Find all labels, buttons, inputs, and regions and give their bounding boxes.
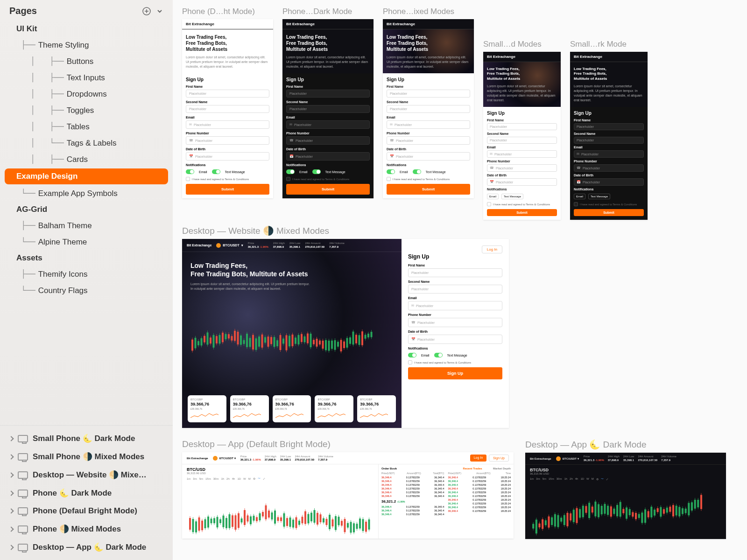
phone-input[interactable]: ☎Placeholder	[186, 136, 269, 145]
canvas[interactable]: Phone (D…ht Mode)Bit ExtrachangeLow Trad…	[173, 0, 747, 560]
email-toggle[interactable]	[408, 353, 416, 357]
ticker-card[interactable]: BTC/GBP39.366,76£39.366,76	[273, 395, 311, 422]
text-toggle[interactable]	[212, 169, 220, 174]
interval-4h[interactable]: 4h	[232, 477, 235, 480]
artboard-label[interactable]: Desktop — App (Default Bright Mode)	[182, 439, 514, 449]
first-input[interactable]: Placeholder	[387, 90, 470, 98]
interval-1D[interactable]: 1D	[237, 477, 241, 480]
email-toggle[interactable]	[286, 169, 295, 174]
expand-pages-icon[interactable]	[156, 7, 163, 16]
page-item[interactable]: │ ├──Cards	[2, 151, 170, 168]
interval-4h[interactable]: 4h	[575, 477, 578, 480]
interval-30m[interactable]: 30m	[557, 477, 562, 480]
first-input[interactable]: Placeholder	[408, 268, 502, 277]
interval-M[interactable]: M	[592, 477, 594, 480]
phone-input[interactable]: ☎Placeholder	[487, 164, 557, 172]
add-page-icon[interactable]	[142, 7, 151, 16]
interval-15m[interactable]: 15m	[205, 477, 211, 480]
page-item[interactable]: │ ├──Buttons	[2, 53, 170, 70]
dob-input[interactable]: 📅Placeholder	[574, 178, 644, 186]
phone-artboard[interactable]: Bit ExtrachangeLow Trading Fees,Free Tra…	[182, 19, 273, 198]
phone-input[interactable]: ☎Placeholder	[286, 136, 370, 145]
first-input[interactable]: Placeholder	[286, 90, 370, 98]
phone-artboard[interactable]: Bit ExtrachangeLow Trading Fees,Free Tra…	[282, 19, 374, 198]
page-item[interactable]: UI Kit	[2, 21, 170, 37]
artboard-list-item[interactable]: Phone 🌗 Mixed Modes	[0, 520, 173, 538]
interval-1m[interactable]: 1m	[530, 477, 534, 480]
terms-checkbox[interactable]	[387, 177, 391, 181]
ticker-card[interactable]: BTC/GBP39.366,76£39.366,76	[357, 395, 396, 422]
submit-button[interactable]: Submit	[487, 209, 557, 216]
interval-30m[interactable]: 30m	[213, 477, 219, 480]
interval-15m[interactable]: 15m	[549, 477, 554, 480]
email-toggle[interactable]	[387, 169, 395, 174]
first-input[interactable]: Placeholder	[574, 123, 644, 130]
page-item[interactable]: │ ├──Toggles	[2, 102, 170, 119]
signup-button[interactable]: Sign Up	[489, 455, 509, 462]
phone-artboard[interactable]: Bit ExtrachangeLow Trading Fees,Free Tra…	[570, 52, 648, 220]
page-item[interactable]: ├──Theme Styling	[2, 37, 170, 53]
phone-input[interactable]: ☎Placeholder	[408, 318, 502, 327]
submit-button[interactable]: Submit	[387, 184, 470, 195]
submit-button[interactable]: Submit	[574, 209, 644, 216]
dob-input[interactable]: 📅Placeholder	[487, 178, 557, 186]
interval-M[interactable]: M	[248, 477, 251, 480]
email-toggle[interactable]	[186, 169, 194, 174]
terms-checkbox[interactable]	[186, 177, 190, 181]
terms-checkbox[interactable]	[487, 202, 491, 206]
second-input[interactable]: Placeholder	[408, 285, 502, 294]
phone-artboard[interactable]: Bit ExtrachangeLow Trading Fees,Free Tra…	[383, 19, 474, 198]
page-item[interactable]: │ ├──Tables	[2, 119, 170, 135]
ticker-card[interactable]: BTC/GBP39.366,76£39.366,76	[315, 395, 353, 422]
email-input[interactable]: ✉Placeholder	[487, 150, 557, 158]
dob-input[interactable]: 📅Placeholder	[286, 152, 370, 161]
signup-button[interactable]: Sign Up	[408, 367, 502, 379]
ticker-card[interactable]: BTC/GBP39.366,76£39.366,76	[230, 395, 269, 422]
page-item[interactable]: ├──Balham Theme	[2, 217, 170, 234]
artboard-label[interactable]: Phone…Dark Mode	[282, 7, 374, 16]
ticker-card[interactable]: BTC/GBP39.366,76£39.366,76	[188, 395, 226, 422]
page-item[interactable]: │ ├──Text Inputs	[2, 70, 170, 86]
text-toggle[interactable]	[312, 169, 321, 174]
artboard-label[interactable]: Small…rk Mode	[570, 40, 648, 49]
email-input[interactable]: ✉Placeholder	[408, 301, 502, 310]
interval-W[interactable]: W	[586, 477, 589, 480]
email-input[interactable]: ✉Placeholder	[186, 120, 269, 129]
phone-input[interactable]: ☎Placeholder	[387, 136, 470, 145]
page-item[interactable]: ├──Themify Icons	[2, 266, 170, 282]
desktop-website-artboard[interactable]: Bit Extrachange BTC/USDT ▾ Price36,321.3…	[182, 239, 509, 428]
first-input[interactable]: Placeholder	[186, 90, 269, 98]
artboard-label[interactable]: Phone (D…ht Mode)	[182, 7, 273, 16]
interval-1m[interactable]: 1m	[187, 477, 190, 480]
artboard-list-item[interactable]: Desktop — Website 🌗 Mixe…	[0, 466, 173, 484]
dob-input[interactable]: 📅Placeholder	[186, 152, 269, 161]
artboard-list-item[interactable]: Phone (Defaul Bright Mode)	[0, 502, 173, 520]
page-item[interactable]: └──Example App Symbols	[2, 185, 170, 202]
text-toggle[interactable]	[434, 353, 443, 357]
first-input[interactable]: Placeholder	[487, 123, 557, 130]
artboard-list-item[interactable]: Phone 🌜 Dark Mode	[0, 484, 173, 502]
dob-input[interactable]: 📅Placeholder	[408, 335, 502, 344]
page-item[interactable]: └──Alpine Theme	[2, 234, 170, 250]
artboard-label[interactable]: Small…d Modes	[483, 40, 561, 49]
interval-3m[interactable]: 3m	[193, 477, 197, 480]
login-button[interactable]: Log In	[470, 455, 486, 462]
interval-1h[interactable]: 1h	[221, 477, 224, 480]
interval-W[interactable]: W	[243, 477, 246, 480]
interval-2h[interactable]: 2h	[570, 477, 573, 480]
page-item[interactable]: Example Design	[5, 168, 168, 184]
interval-3m[interactable]: 3m	[536, 477, 540, 480]
artboard-label[interactable]: Phone…ixed Modes	[383, 7, 474, 16]
artboard-label[interactable]: Desktop — App 🌜 Dark Mode	[525, 439, 726, 450]
page-item[interactable]: └──Country Flags	[2, 282, 170, 299]
artboard-list-item[interactable]: Desktop — App 🌜 Dark Mode	[0, 538, 173, 556]
login-button[interactable]: Log In	[482, 245, 502, 253]
second-input[interactable]: Placeholder	[186, 105, 269, 113]
email-input[interactable]: ✉Placeholder	[286, 120, 370, 129]
interval-2h[interactable]: 2h	[226, 477, 230, 480]
terms-checkbox[interactable]	[408, 360, 412, 364]
terms-checkbox[interactable]	[286, 177, 290, 181]
interval-5m[interactable]: 5m	[543, 477, 546, 480]
second-input[interactable]: Placeholder	[487, 137, 557, 144]
phone-input[interactable]: ☎Placeholder	[574, 164, 644, 172]
